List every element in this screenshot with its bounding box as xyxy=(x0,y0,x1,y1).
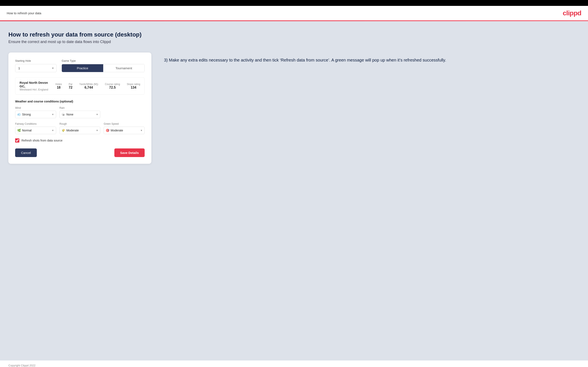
course-rating-stat: Course rating 72.5 xyxy=(105,83,120,89)
fairway-icon: 🌿 xyxy=(17,129,21,132)
rain-select-wrapper: 🌤 None ▼ xyxy=(60,111,101,118)
refresh-checkbox-row: Refresh shots from data source xyxy=(15,138,145,142)
top-form-row: Starting Hole 1 ▼ Game Type Practice Tou… xyxy=(15,59,145,72)
game-type-toggle: Practice Tournament xyxy=(62,64,145,72)
green-speed-select[interactable]: Moderate xyxy=(104,127,145,134)
starting-hole-label: Starting Hole xyxy=(15,59,57,62)
yards-label: Yards/White (M)) xyxy=(79,83,98,86)
course-rating-value: 72.5 xyxy=(109,86,116,89)
header: How to refresh your data clippd xyxy=(0,6,588,21)
practice-button[interactable]: Practice xyxy=(62,64,103,72)
par-label: Par xyxy=(69,83,72,86)
page-subtitle: Ensure the correct and most up to date d… xyxy=(9,40,579,44)
game-type-label: Game Type xyxy=(62,59,145,62)
refresh-checkbox[interactable] xyxy=(15,138,19,142)
fairway-select-wrapper: 🌿 Normal ▼ xyxy=(15,127,56,134)
conditions-label: Weather and course conditions (optional) xyxy=(15,100,145,103)
fairway-label: Fairway Conditions xyxy=(15,122,56,125)
course-stats: Holes 18 Par 72 Yards/White (M)) 6,744 C… xyxy=(55,83,140,89)
rain-label: Rain xyxy=(60,107,101,109)
tournament-button[interactable]: Tournament xyxy=(103,64,144,72)
refresh-label[interactable]: Refresh shots from data source xyxy=(21,139,62,142)
description-text: 3) Make any extra edits necessary to the… xyxy=(164,57,579,63)
yards-value: 6,744 xyxy=(85,86,93,89)
main-content: How to refresh your data from source (de… xyxy=(0,21,588,360)
page-title: How to refresh your data from source (de… xyxy=(9,31,579,38)
empty-group xyxy=(104,107,145,118)
fairway-select[interactable]: Normal xyxy=(15,127,56,134)
holes-stat: Holes 18 xyxy=(55,83,62,89)
rain-group: Rain 🌤 None ▼ xyxy=(60,107,101,118)
starting-hole-select[interactable]: 1 xyxy=(15,64,57,72)
slope-rating-label: Slope rating xyxy=(127,83,140,86)
green-speed-group: Green Speed 🎯 Moderate ▼ xyxy=(104,122,145,134)
wind-label: Wind xyxy=(15,107,56,109)
copyright: Copyright Clippd 2022 xyxy=(9,364,35,367)
header-title: How to refresh your data xyxy=(7,11,41,15)
starting-hole-wrapper: 1 ▼ xyxy=(15,64,57,72)
footer: Copyright Clippd 2022 xyxy=(0,360,588,367)
description-panel: 3) Make any extra edits necessary to the… xyxy=(164,52,579,63)
wind-rain-row: Wind 💨 Strong ▼ Rain 🌤 None xyxy=(15,107,145,118)
green-speed-icon: 🎯 xyxy=(106,129,109,132)
rough-select[interactable]: Moderate xyxy=(60,127,101,134)
course-info: Royal North Devon GC, Westward Ho!, Engl… xyxy=(19,81,51,91)
logo: clippd xyxy=(563,9,581,17)
holes-label: Holes xyxy=(55,83,62,86)
course-location: Westward Ho!, England xyxy=(19,88,51,91)
course-row: Royal North Devon GC, Westward Ho!, Engl… xyxy=(15,77,145,95)
top-bar xyxy=(0,0,588,6)
course-rating-label: Course rating xyxy=(105,83,120,86)
form-actions: Cancel Save Details xyxy=(15,149,145,157)
wind-select[interactable]: Strong xyxy=(15,111,56,118)
rain-icon: 🌤 xyxy=(62,113,65,116)
form-card: Starting Hole 1 ▼ Game Type Practice Tou… xyxy=(9,52,151,164)
cancel-button[interactable]: Cancel xyxy=(15,149,37,157)
fairway-rough-green-row: Fairway Conditions 🌿 Normal ▼ Rough 🌾 xyxy=(15,122,145,134)
save-button[interactable]: Save Details xyxy=(114,149,145,157)
rough-select-wrapper: 🌾 Moderate ▼ xyxy=(60,127,101,134)
par-value: 72 xyxy=(69,86,72,89)
course-name: Royal North Devon GC, xyxy=(19,81,51,88)
wind-select-wrapper: 💨 Strong ▼ xyxy=(15,111,56,118)
wind-icon: 💨 xyxy=(17,113,21,116)
yards-stat: Yards/White (M)) 6,744 xyxy=(79,83,98,89)
par-stat: Par 72 xyxy=(69,83,72,89)
starting-hole-group: Starting Hole 1 ▼ xyxy=(15,59,57,72)
slope-rating-stat: Slope rating 134 xyxy=(127,83,140,89)
green-speed-label: Green Speed xyxy=(104,122,145,125)
holes-value: 18 xyxy=(57,86,61,89)
content-row: Starting Hole 1 ▼ Game Type Practice Tou… xyxy=(9,52,579,164)
rain-select[interactable]: None xyxy=(60,111,101,118)
green-speed-select-wrapper: 🎯 Moderate ▼ xyxy=(104,127,145,134)
fairway-group: Fairway Conditions 🌿 Normal ▼ xyxy=(15,122,56,134)
wind-group: Wind 💨 Strong ▼ xyxy=(15,107,56,118)
slope-rating-value: 134 xyxy=(131,86,137,89)
rough-icon: 🌾 xyxy=(62,129,65,132)
rough-group: Rough 🌾 Moderate ▼ xyxy=(60,122,101,134)
game-type-group: Game Type Practice Tournament xyxy=(62,59,145,72)
rough-label: Rough xyxy=(60,122,101,125)
